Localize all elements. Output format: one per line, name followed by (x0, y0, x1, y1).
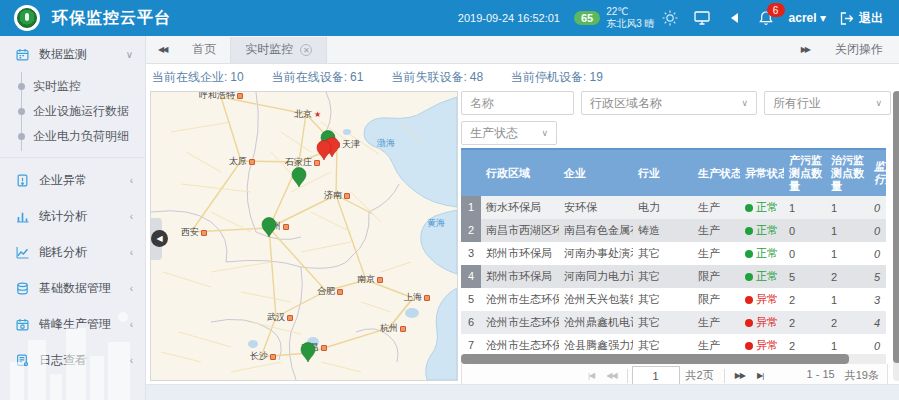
table-row[interactable]: 5 沧州市生态环保局 沧州天兴包装制品 其它 限产 异常 2 1 3 (461, 288, 886, 311)
database-icon (16, 282, 29, 295)
tab-home[interactable]: 首页 (178, 37, 230, 63)
sidebar-item-statistics[interactable]: 统计分析 ‹ (0, 198, 145, 234)
sidebar-submenu: 实时监控 企业设施运行数据 企业电力负荷明细 (0, 72, 145, 158)
city-icon (287, 315, 293, 321)
notification-count-badge: 6 (767, 3, 785, 17)
horizontal-scrollbar-thumb[interactable] (461, 354, 849, 364)
industry-select[interactable]: 所有行业∨ (764, 91, 891, 115)
tab-bar: ◀◀ 首页 实时监控 ✕ ▶▶ 关闭操作 (146, 36, 899, 64)
chevron-left-icon: ‹ (130, 283, 133, 294)
sidebar-item-peak-production[interactable]: 错峰生产管理 ‹ (0, 306, 145, 342)
sidebar-item-realtime-monitor[interactable]: 实时监控 (0, 74, 145, 99)
weather-widget: 65 22℃ 东北风3 晴 (574, 6, 679, 30)
table-row[interactable]: 6 沧州市生态环保局 沧州鼎鑫机电设备 其它 生产 异常 2 2 4 (461, 311, 886, 334)
horizontal-scrollbar[interactable] (461, 354, 886, 364)
chevron-left-icon: ‹ (130, 319, 133, 330)
main-content: 当前在线企业:10 当前在线设备:61 当前失联设备:48 当前停机设备:19 (146, 64, 899, 385)
map-city-label: 呼和浩特 (199, 91, 243, 102)
map-collapse-handle[interactable]: ◀ (150, 218, 162, 260)
caret-down-icon: ▾ (820, 11, 826, 25)
table-row[interactable]: 2 南昌市西湖区环保局 南昌有色金属有限 铸造 生产 正常 0 1 0 (461, 219, 886, 242)
map-city-label: 武汉 (267, 311, 293, 324)
vertical-scrollbar[interactable] (893, 91, 899, 381)
sidebar-item-data-monitor[interactable]: 数据监测 ∨ (0, 36, 145, 72)
tabs-scroll-right-icon[interactable]: ▶▶ (789, 45, 821, 54)
city-icon (283, 224, 289, 230)
line-chart-icon (16, 246, 29, 259)
sidebar: 数据监测 ∨ 实时监控 企业设施运行数据 企业电力负荷明细 企业异常 ‹ 统计分… (0, 36, 146, 400)
map-city-label: 长沙 (250, 350, 276, 363)
vertical-scrollbar-thumb[interactable] (893, 91, 899, 363)
stat-online-companies: 当前在线企业:10 (152, 69, 244, 86)
collapse-left-icon[interactable]: ◀ (151, 230, 168, 247)
city-icon (400, 326, 406, 332)
chevron-down-icon: ∨ (875, 98, 882, 108)
map-marker-green[interactable] (261, 217, 277, 237)
col-treat-points[interactable]: 治污监测点数量 (826, 154, 869, 193)
page-number-input[interactable] (632, 366, 680, 386)
next-page-icon[interactable]: ▶▶ (729, 371, 751, 380)
tab-realtime-monitor[interactable]: 实时监控 ✕ (230, 37, 327, 63)
map-city-label: 太原 (229, 155, 255, 168)
monitor-icon[interactable] (693, 9, 711, 27)
sidebar-item-power-load-detail[interactable]: 企业电力负荷明细 (0, 124, 145, 149)
total-pages-text: 共2页 (686, 368, 714, 383)
calendar-clock-icon (16, 318, 29, 331)
col-region[interactable]: 行政区域 (481, 167, 559, 180)
table-row[interactable]: 1 衡水环保局 安环保 电力 生产 正常 1 1 0 (461, 196, 886, 219)
notification-bell-icon[interactable]: 6 (757, 9, 775, 27)
city-icon (321, 345, 327, 351)
last-page-icon[interactable]: ▶| (751, 371, 769, 380)
col-prod-status[interactable]: 生产状态 (693, 167, 740, 180)
sidebar-item-log-view[interactable]: 日志查看 ‹ (0, 342, 145, 378)
tabs-scroll-left-icon[interactable]: ◀◀ (146, 45, 178, 54)
col-company[interactable]: 企业 (559, 167, 633, 180)
map-marker-red[interactable] (316, 140, 332, 160)
name-search-input[interactable] (461, 91, 574, 115)
col-industry[interactable]: 行业 (633, 167, 693, 180)
city-icon (337, 289, 343, 295)
volume-icon[interactable] (725, 9, 743, 27)
production-status-select[interactable]: 生产状态∨ (461, 121, 557, 145)
record-total-text: 共19条 (845, 368, 879, 383)
tab-close-icon[interactable]: ✕ (300, 44, 312, 56)
sidebar-item-energy-analysis[interactable]: 能耗分析 ‹ (0, 234, 145, 270)
app-logo (14, 5, 40, 31)
col-produce-points[interactable]: 产污监测点数量 (784, 154, 826, 193)
record-range-text: 1 - 15 (807, 368, 835, 383)
region-select[interactable]: 行政区域名称∨ (581, 91, 757, 115)
right-panel: 行政区域名称∨ 所有行业∨ 生产状态∨ 行政区域 企业 行业 生产状态 异常状态… (461, 91, 891, 387)
col-running-points[interactable]: 监测点运行数量 (869, 160, 886, 186)
prev-page-icon[interactable]: ◀◀ (600, 371, 622, 380)
wind-text: 东北风3 晴 (606, 18, 654, 30)
first-page-icon[interactable]: |◀ (582, 371, 600, 380)
map-city-label: 杭州 (380, 322, 406, 335)
user-menu[interactable]: acrel ▾ (789, 11, 826, 25)
col-abnormal-status[interactable]: 异常状态 (740, 167, 784, 180)
company-table: 行政区域 企业 行业 生产状态 异常状态 产污监测点数量 治污监测点数量 监测点… (461, 148, 886, 357)
map-marker-green[interactable] (291, 167, 307, 187)
stat-offline-devices: 当前失联设备:48 (391, 69, 483, 86)
map-marker-green[interactable] (300, 342, 316, 362)
app-title: 环保监控云平台 (52, 8, 171, 29)
table-row[interactable]: 4 郑州市环保局 河南同力电力设计 其它 限产 正常 5 2 5 (461, 265, 886, 288)
app-header: 环保监控云平台 2019-09-24 16:52:01 65 22℃ 东北风3 … (0, 0, 899, 36)
close-operations-button[interactable]: 关闭操作 (835, 41, 883, 58)
bar-chart-icon (16, 210, 29, 223)
status-dot (745, 296, 753, 304)
aqi-badge: 65 (574, 11, 600, 25)
city-icon (314, 160, 320, 166)
status-dot (745, 227, 753, 235)
map-city-label: 济南 (324, 189, 350, 202)
datetime-text: 2019-09-24 16:52:01 (458, 12, 560, 24)
bottom-strip (146, 384, 899, 400)
sidebar-item-company-abnormal[interactable]: 企业异常 ‹ (0, 162, 145, 198)
sidebar-item-facility-data[interactable]: 企业设施运行数据 (0, 99, 145, 124)
map-panel[interactable]: 呼和浩特 北京★ 天津 太原 石家庄 济南 西安 郑州 南京 合肥 武汉 上海 … (150, 91, 458, 381)
table-row[interactable]: 3 郑州市环保局 河南办事处演示 其它 生产 正常 0 1 0 (461, 242, 886, 265)
sidebar-item-basic-data[interactable]: 基础数据管理 ‹ (0, 270, 145, 306)
logout-button[interactable]: 退出 (840, 10, 883, 27)
chevron-down-icon: ∨ (541, 128, 548, 138)
map-city-label: 合肥 (317, 285, 343, 298)
status-dot (745, 250, 753, 258)
